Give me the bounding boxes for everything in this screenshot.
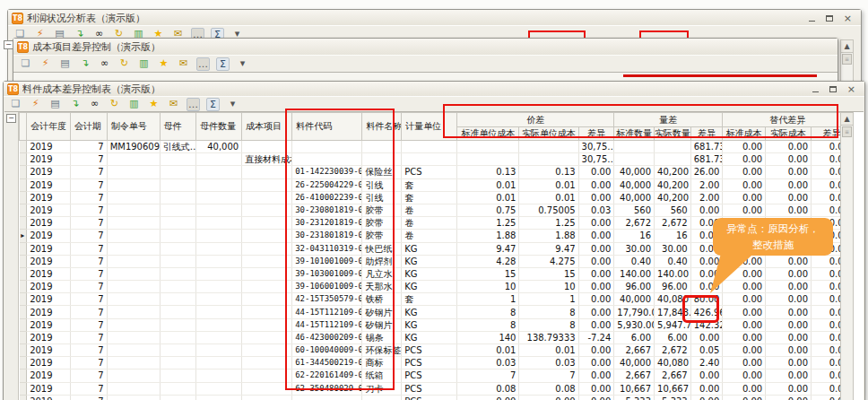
cell-period[interactable]: 7 <box>70 306 107 318</box>
cell-order-no[interactable] <box>107 204 160 216</box>
cell-price-diff[interactable]: 0.00 <box>578 370 614 382</box>
cell-order-no[interactable] <box>107 281 160 293</box>
cell-act-unit-cost[interactable]: 0.01 <box>519 191 578 204</box>
cell-unit[interactable]: KG <box>402 242 457 255</box>
col-header-cost-item[interactable]: 成本项目 <box>242 113 292 141</box>
cell-std-qty[interactable]: 40,000 <box>614 166 655 178</box>
cell-material-code[interactable] <box>292 395 362 400</box>
cell-act-qty[interactable]: 96.00 <box>655 281 691 293</box>
cell-period[interactable]: 7 <box>70 178 107 191</box>
cell-price-diff[interactable]: 0.00 <box>578 191 614 204</box>
cell-parent-qty[interactable] <box>196 204 242 216</box>
table-row[interactable]: 2019 7 26-410002239-00A1 引线 套 0.01 0.01 … <box>20 191 853 204</box>
sub-header-act-unit-cost[interactable]: 实际单位成本 <box>519 127 578 141</box>
restore-button[interactable] <box>829 86 837 92</box>
cell-act-cost[interactable]: 0.00 <box>766 395 812 400</box>
find-icon[interactable]: ∞ <box>98 57 111 71</box>
col-header-unit[interactable]: 计量单位 <box>402 113 457 141</box>
cell-act-unit-cost[interactable] <box>519 141 578 153</box>
cell-act-unit-cost[interactable]: 1.25 <box>519 217 578 230</box>
cell-std-qty[interactable]: 2,667 <box>614 344 655 357</box>
table-row[interactable]: 2019 7 60-100040009-00A1 环保标签 PCS 0.01 0… <box>20 344 853 357</box>
cell-std-unit-cost[interactable]: 7 <box>457 370 519 382</box>
col-header-material-code[interactable]: 料件代码 <box>292 113 362 141</box>
cell-act-cost[interactable]: 0.00 <box>766 153 812 166</box>
cell-parent-qty[interactable] <box>196 267 242 280</box>
cell-act-qty[interactable]: 0.40 <box>655 255 691 267</box>
cell-std-qty[interactable]: 17,790.00 <box>614 306 655 318</box>
sub-header-std-cost[interactable]: 标准成本 <box>723 127 766 141</box>
group-header-substitute-diff[interactable]: 替代差异 <box>723 113 853 127</box>
cell-order-no[interactable] <box>107 318 160 331</box>
cell-std-cost[interactable]: 0.00 <box>723 166 766 178</box>
cell-act-unit-cost[interactable]: 8 <box>519 306 578 318</box>
cell-act-unit-cost[interactable]: 0.00 <box>519 395 578 400</box>
mail-icon[interactable]: ✉ <box>177 57 190 71</box>
cell-std-qty[interactable]: 10,667 <box>614 382 655 395</box>
cell-cost-item[interactable] <box>242 293 292 306</box>
cell-fiscal-year[interactable]: 2019 <box>27 153 71 166</box>
cell-act-cost[interactable]: 0.00 <box>766 293 812 306</box>
cell-qty-diff[interactable]: 2.00 <box>690 178 723 191</box>
cell-std-unit-cost[interactable] <box>457 153 519 166</box>
cell-fiscal-year[interactable]: 2019 <box>27 306 71 318</box>
cell-period[interactable]: 7 <box>70 217 107 230</box>
cell-parent-qty[interactable] <box>196 230 242 242</box>
cell-parent-qty[interactable] <box>196 331 242 343</box>
cell-fiscal-year[interactable]: 2019 <box>27 204 71 216</box>
cell-fiscal-year[interactable]: 2019 <box>27 357 71 370</box>
cell-material-name[interactable]: 锡条 <box>362 331 402 343</box>
cell-material-name[interactable]: 胶带 <box>362 230 402 242</box>
cell-unit[interactable]: PCS <box>402 357 457 370</box>
cell-std-cost[interactable]: 0.00 <box>723 318 766 331</box>
cell-act-qty[interactable]: 2,667 <box>655 370 691 382</box>
cell-qty-diff[interactable]: 0.00 <box>690 370 723 382</box>
cell-period[interactable]: 7 <box>70 191 107 204</box>
cell-parent-qty[interactable] <box>196 242 242 255</box>
cell-material-code[interactable]: 30-231201819-00A1 <box>292 217 362 230</box>
cell-act-qty[interactable]: 40,080 <box>655 293 691 306</box>
cell-material-name[interactable]: 矽钢片 <box>362 306 402 318</box>
col-header-fiscal-year[interactable]: 会计年度 <box>27 113 71 141</box>
cell-price-diff[interactable]: 0.00 <box>578 382 614 395</box>
cell-unit[interactable]: KG <box>402 306 457 318</box>
cell-std-unit-cost[interactable]: 0.13 <box>457 166 519 178</box>
cell-parent-item[interactable] <box>160 217 196 230</box>
cell-act-qty[interactable]: 16 <box>655 230 691 242</box>
cell-period[interactable]: 7 <box>70 141 107 153</box>
cell-act-qty[interactable]: 40,200 <box>655 166 691 178</box>
cell-material-name[interactable]: 矽钢片 <box>362 318 402 331</box>
cell-price-diff[interactable]: 0.00 <box>578 281 614 293</box>
cell-act-qty[interactable]: 560 <box>655 204 691 216</box>
cell-period[interactable]: 7 <box>70 370 107 382</box>
cell-std-qty[interactable]: 40,000 <box>614 357 655 370</box>
cell-std-cost[interactable]: 0.00 <box>723 153 766 166</box>
table-row[interactable]: 2019 7 直接材料成本 30,75… 681.73 0.00 0.00 0.… <box>20 153 853 166</box>
cell-price-diff[interactable]: 0.00 <box>578 293 614 306</box>
cell-material-code[interactable]: 30-230801819-00A1 <box>292 204 362 216</box>
group-header-qty-diff[interactable]: 量差 <box>614 113 723 127</box>
cell-unit[interactable]: 套 <box>402 191 457 204</box>
cell-parent-item[interactable] <box>160 382 196 395</box>
cell-parent-item[interactable] <box>160 331 196 343</box>
cell-act-qty[interactable] <box>655 141 691 153</box>
cell-std-qty[interactable]: 30.00 <box>614 242 655 255</box>
cell-period[interactable]: 7 <box>70 395 107 400</box>
cell-price-diff[interactable]: -7.24 <box>578 331 614 343</box>
cell-unit[interactable]: 卷 <box>402 204 457 216</box>
scrollbar-thumb[interactable]: ≡ <box>842 126 852 137</box>
col-header-parent-qty[interactable]: 母件数量 <box>196 113 242 141</box>
cell-period[interactable]: 7 <box>70 382 107 395</box>
cell-qty-diff[interactable]: 142.32 <box>690 318 723 331</box>
cell-std-unit-cost[interactable]: 10 <box>457 281 519 293</box>
cell-order-no[interactable] <box>107 293 160 306</box>
cell-std-qty[interactable]: 0.40 <box>614 255 655 267</box>
cell-order-no[interactable] <box>107 166 160 178</box>
cell-unit[interactable]: PCS <box>402 370 457 382</box>
table-row[interactable]: 2019 7 MM190609001 引线式… 40,000 30,75… 68… <box>20 141 853 153</box>
cell-unit[interactable]: 卷 <box>402 230 457 242</box>
cell-parent-item[interactable] <box>160 255 196 267</box>
col-header-parent-item[interactable]: 母件 <box>160 113 196 141</box>
cell-order-no[interactable] <box>107 357 160 370</box>
cell-act-qty[interactable]: 17,843.37 <box>655 306 691 318</box>
